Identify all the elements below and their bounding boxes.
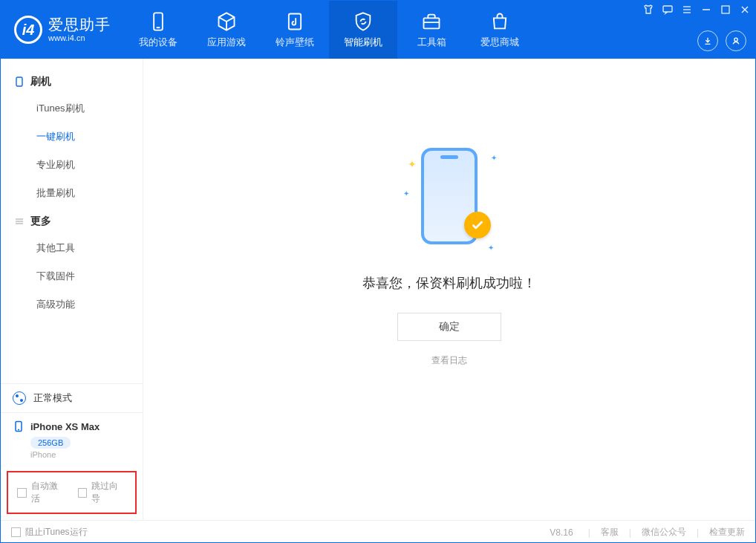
sidebar-group-flash[interactable]: 刷机 (1, 68, 143, 94)
svg-point-12 (734, 38, 737, 41)
svg-rect-13 (16, 77, 22, 86)
group-title: 刷机 (30, 75, 51, 88)
main-content: ✦ ✦ ✦ ✦ 恭喜您，保资料刷机成功啦！ 确定 查看日志 (143, 59, 755, 520)
tab-label: 爱思商城 (480, 36, 519, 49)
sidebar-group-more[interactable]: 更多 (1, 207, 143, 234)
app-url: www.i4.cn (48, 33, 111, 43)
phone-outline-icon (14, 77, 25, 87)
tab-label: 应用游戏 (207, 36, 246, 49)
check-update-link[interactable]: 检查更新 (709, 526, 745, 539)
device-type: iPhone (30, 450, 131, 459)
sparkle-icon: ✦ (403, 189, 409, 198)
tab-toolbox[interactable]: 工具箱 (397, 1, 466, 59)
checkbox-icon (11, 527, 21, 537)
checkbox-icon (17, 488, 27, 498)
checkbox-icon (78, 488, 88, 498)
view-log-link[interactable]: 查看日志 (431, 354, 467, 367)
download-button[interactable] (697, 30, 718, 51)
app-name: 爱思助手 (48, 16, 111, 33)
svg-rect-3 (424, 18, 440, 28)
wechat-link[interactable]: 微信公众号 (642, 526, 686, 539)
version-label: V8.16 (550, 527, 573, 538)
device-capacity: 256GB (30, 437, 71, 449)
sidebar-item-other-tools[interactable]: 其他工具 (1, 234, 143, 262)
shield-refresh-icon (353, 11, 374, 32)
ok-button[interactable]: 确定 (397, 313, 501, 341)
logo-text: 爱思助手 www.i4.cn (48, 16, 111, 43)
tab-label: 智能刷机 (344, 36, 382, 49)
header-actions (697, 30, 746, 51)
tab-ringtone[interactable]: 铃声壁纸 (261, 1, 329, 59)
sidebar-item-advanced[interactable]: 高级功能 (1, 290, 143, 319)
phone-icon (148, 11, 169, 32)
svg-rect-4 (663, 6, 672, 12)
sidebar-item-download-firmware[interactable]: 下载固件 (1, 262, 143, 290)
separator: | (697, 527, 699, 538)
sidebar-item-pro-flash[interactable]: 专业刷机 (1, 151, 143, 179)
music-file-icon (284, 11, 305, 32)
support-link[interactable]: 客服 (601, 526, 619, 539)
svg-rect-9 (722, 6, 729, 13)
user-button[interactable] (726, 30, 746, 51)
sidebar-item-batch-flash[interactable]: 批量刷机 (1, 179, 143, 207)
statusbar: 阻止iTunes运行 V8.16 | 客服 | 微信公众号 | 检查更新 (1, 520, 755, 543)
window-controls (642, 4, 751, 16)
logo-icon: i4 (14, 16, 42, 44)
tab-apps[interactable]: 应用游戏 (192, 1, 261, 59)
feedback-icon[interactable] (662, 4, 674, 16)
success-message: 恭喜您，保资料刷机成功啦！ (362, 274, 536, 292)
bag-icon (489, 11, 510, 32)
checkbox-block-itunes[interactable]: 阻止iTunes运行 (11, 526, 88, 539)
tab-label: 我的设备 (139, 36, 177, 49)
group-title: 更多 (30, 215, 51, 228)
checkbox-skip-guide[interactable]: 跳过向导 (78, 480, 127, 505)
toolbox-icon (421, 11, 442, 32)
checkbox-label: 阻止iTunes运行 (25, 526, 88, 539)
list-icon (14, 216, 25, 227)
device-icon (13, 420, 25, 432)
device-name-label: iPhone XS Max (30, 421, 100, 432)
cube-icon (216, 11, 237, 32)
tab-my-device[interactable]: 我的设备 (124, 1, 192, 59)
minimize-icon[interactable] (700, 4, 712, 16)
tshirt-icon[interactable] (642, 4, 654, 16)
tab-smart-flash[interactable]: 智能刷机 (329, 1, 397, 59)
menu-icon[interactable] (681, 4, 693, 16)
tab-label: 铃声壁纸 (276, 36, 314, 49)
mode-label: 正常模式 (33, 391, 72, 405)
sidebar-item-itunes-flash[interactable]: iTunes刷机 (1, 94, 143, 123)
sidebar-item-oneclick-flash[interactable]: 一键刷机 (1, 123, 143, 151)
checkbox-auto-activate[interactable]: 自动激活 (17, 480, 66, 505)
sparkle-icon: ✦ (491, 154, 497, 162)
titlebar: i4 爱思助手 www.i4.cn 我的设备 应用游戏 铃声壁纸 智能刷机 工具… (1, 1, 755, 59)
main-tabs: 我的设备 应用游戏 铃声壁纸 智能刷机 工具箱 爱思商城 (124, 1, 534, 59)
tab-label: 工具箱 (417, 36, 446, 49)
check-badge-icon (464, 212, 491, 238)
tab-store[interactable]: 爱思商城 (466, 1, 534, 59)
sparkle-icon: ✦ (488, 244, 494, 252)
logo[interactable]: i4 爱思助手 www.i4.cn (1, 1, 124, 59)
mode-icon (13, 391, 26, 405)
flash-options-highlight: 自动激活 跳过向导 (7, 471, 137, 514)
checkbox-label: 跳过向导 (91, 480, 126, 505)
success-illustration: ✦ ✦ ✦ ✦ (405, 148, 494, 252)
device-mode[interactable]: 正常模式 (1, 384, 143, 412)
separator: | (588, 527, 590, 538)
sidebar: 刷机 iTunes刷机 一键刷机 专业刷机 批量刷机 更多 其他工具 下载固件 … (1, 59, 143, 520)
checkbox-label: 自动激活 (31, 480, 66, 505)
separator: | (629, 527, 631, 538)
device-info[interactable]: iPhone XS Max 256GB iPhone (1, 412, 143, 465)
svg-rect-2 (289, 13, 301, 29)
maximize-icon[interactable] (720, 4, 731, 16)
close-icon[interactable] (739, 4, 751, 16)
sparkle-icon: ✦ (408, 158, 417, 170)
